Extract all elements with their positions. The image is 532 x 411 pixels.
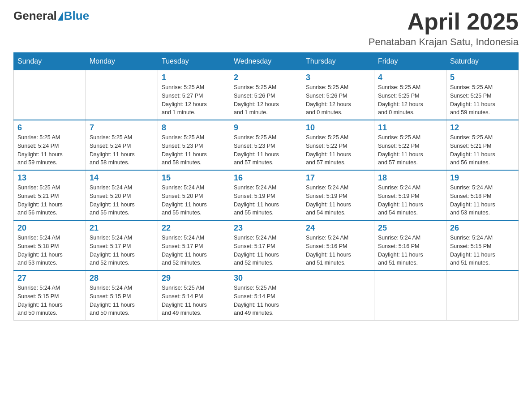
weekday-header-row: SundayMondayTuesdayWednesdayThursdayFrid… [14,53,519,70]
logo: General Blue [13,9,89,23]
day-info: Sunrise: 5:24 AMSunset: 5:20 PMDaylight:… [162,184,226,217]
weekday-header-wednesday: Wednesday [230,53,302,70]
weekday-header-monday: Monday [86,53,158,70]
calendar-week-row: 13Sunrise: 5:25 AMSunset: 5:21 PMDayligh… [14,170,519,220]
month-title: April 2025 [369,9,519,34]
day-number: 4 [378,73,442,82]
day-info: Sunrise: 5:24 AMSunset: 5:17 PMDaylight:… [90,234,154,267]
day-number: 25 [378,223,442,233]
calendar-day-cell: 7Sunrise: 5:25 AMSunset: 5:24 PMDaylight… [86,120,158,170]
day-info: Sunrise: 5:24 AMSunset: 5:16 PMDaylight:… [306,234,370,267]
calendar-day-cell: 14Sunrise: 5:24 AMSunset: 5:20 PMDayligh… [86,170,158,220]
day-info: Sunrise: 5:24 AMSunset: 5:19 PMDaylight:… [378,184,442,217]
calendar-day-cell: 8Sunrise: 5:25 AMSunset: 5:23 PMDaylight… [158,120,230,170]
day-info: Sunrise: 5:25 AMSunset: 5:24 PMDaylight:… [90,133,154,167]
day-info: Sunrise: 5:25 AMSunset: 5:25 PMDaylight:… [450,83,515,117]
day-info: Sunrise: 5:24 AMSunset: 5:17 PMDaylight:… [162,234,226,267]
day-number: 9 [234,123,298,133]
calendar-day-cell: 10Sunrise: 5:25 AMSunset: 5:22 PMDayligh… [302,120,374,170]
calendar-day-cell: 2Sunrise: 5:25 AMSunset: 5:26 PMDaylight… [230,70,302,120]
day-info: Sunrise: 5:25 AMSunset: 5:27 PMDaylight:… [162,83,226,117]
calendar-table: SundayMondayTuesdayWednesdayThursdayFrid… [13,52,519,321]
calendar-day-cell: 13Sunrise: 5:25 AMSunset: 5:21 PMDayligh… [14,170,86,220]
weekday-header-sunday: Sunday [14,53,86,70]
calendar-day-cell: 19Sunrise: 5:24 AMSunset: 5:18 PMDayligh… [446,170,519,220]
logo-general-text: General [13,9,57,23]
day-number: 14 [90,173,154,183]
day-info: Sunrise: 5:25 AMSunset: 5:25 PMDaylight:… [378,83,442,117]
calendar-day-cell: 17Sunrise: 5:24 AMSunset: 5:19 PMDayligh… [302,170,374,220]
calendar-day-cell: 22Sunrise: 5:24 AMSunset: 5:17 PMDayligh… [158,220,230,270]
calendar-day-cell: 26Sunrise: 5:24 AMSunset: 5:15 PMDayligh… [446,220,519,270]
calendar-day-cell: 24Sunrise: 5:24 AMSunset: 5:16 PMDayligh… [302,220,374,270]
day-number: 5 [450,73,515,82]
day-number: 27 [17,274,82,283]
day-number: 22 [162,223,226,233]
calendar-day-cell: 11Sunrise: 5:25 AMSunset: 5:22 PMDayligh… [374,120,446,170]
day-info: Sunrise: 5:24 AMSunset: 5:15 PMDaylight:… [450,234,515,267]
calendar-week-row: 6Sunrise: 5:25 AMSunset: 5:24 PMDaylight… [14,120,519,170]
calendar-day-cell [302,270,374,321]
calendar-day-cell [374,270,446,321]
day-info: Sunrise: 5:24 AMSunset: 5:19 PMDaylight:… [234,184,298,217]
day-info: Sunrise: 5:24 AMSunset: 5:17 PMDaylight:… [234,234,298,267]
day-info: Sunrise: 5:25 AMSunset: 5:24 PMDaylight:… [17,133,82,167]
day-info: Sunrise: 5:25 AMSunset: 5:26 PMDaylight:… [306,83,370,117]
day-info: Sunrise: 5:24 AMSunset: 5:18 PMDaylight:… [17,234,82,267]
logo-triangle-icon [58,12,63,21]
location-title: Penataban Krajan Satu, Indonesia [369,36,519,48]
calendar-day-cell [446,270,519,321]
day-number: 1 [162,73,226,82]
day-number: 15 [162,173,226,183]
calendar-day-cell: 25Sunrise: 5:24 AMSunset: 5:16 PMDayligh… [374,220,446,270]
day-number: 29 [162,274,226,283]
day-info: Sunrise: 5:25 AMSunset: 5:21 PMDaylight:… [450,133,515,167]
day-info: Sunrise: 5:25 AMSunset: 5:14 PMDaylight:… [234,284,298,317]
day-info: Sunrise: 5:25 AMSunset: 5:23 PMDaylight:… [234,133,298,167]
day-number: 30 [234,274,298,283]
calendar-day-cell: 3Sunrise: 5:25 AMSunset: 5:26 PMDaylight… [302,70,374,120]
calendar-day-cell: 9Sunrise: 5:25 AMSunset: 5:23 PMDaylight… [230,120,302,170]
day-info: Sunrise: 5:24 AMSunset: 5:20 PMDaylight:… [90,184,154,217]
day-number: 7 [90,123,154,133]
day-info: Sunrise: 5:24 AMSunset: 5:16 PMDaylight:… [378,234,442,267]
calendar-day-cell: 28Sunrise: 5:24 AMSunset: 5:15 PMDayligh… [86,270,158,321]
day-number: 20 [17,223,82,233]
day-info: Sunrise: 5:25 AMSunset: 5:23 PMDaylight:… [162,133,226,167]
calendar-day-cell: 1Sunrise: 5:25 AMSunset: 5:27 PMDaylight… [158,70,230,120]
calendar-day-cell: 20Sunrise: 5:24 AMSunset: 5:18 PMDayligh… [14,220,86,270]
weekday-header-thursday: Thursday [302,53,374,70]
logo-blue-text: Blue [64,9,89,23]
calendar-day-cell: 21Sunrise: 5:24 AMSunset: 5:17 PMDayligh… [86,220,158,270]
day-number: 24 [306,223,370,233]
day-number: 8 [162,123,226,133]
calendar-day-cell: 4Sunrise: 5:25 AMSunset: 5:25 PMDaylight… [374,70,446,120]
calendar-week-row: 1Sunrise: 5:25 AMSunset: 5:27 PMDaylight… [14,70,519,120]
day-number: 26 [450,223,515,233]
day-info: Sunrise: 5:24 AMSunset: 5:19 PMDaylight:… [306,184,370,217]
weekday-header-saturday: Saturday [446,53,519,70]
day-info: Sunrise: 5:24 AMSunset: 5:15 PMDaylight:… [90,284,154,317]
day-info: Sunrise: 5:25 AMSunset: 5:22 PMDaylight:… [306,133,370,167]
calendar-day-cell [14,70,86,120]
day-info: Sunrise: 5:25 AMSunset: 5:26 PMDaylight:… [234,83,298,117]
calendar-week-row: 27Sunrise: 5:24 AMSunset: 5:15 PMDayligh… [14,270,519,321]
day-number: 10 [306,123,370,133]
calendar-day-cell: 18Sunrise: 5:24 AMSunset: 5:19 PMDayligh… [374,170,446,220]
day-number: 6 [17,123,82,133]
day-info: Sunrise: 5:24 AMSunset: 5:15 PMDaylight:… [17,284,82,317]
day-number: 3 [306,73,370,82]
day-number: 18 [378,173,442,183]
calendar-day-cell: 30Sunrise: 5:25 AMSunset: 5:14 PMDayligh… [230,270,302,321]
day-number: 21 [90,223,154,233]
day-info: Sunrise: 5:25 AMSunset: 5:14 PMDaylight:… [162,284,226,317]
day-number: 28 [90,274,154,283]
day-number: 16 [234,173,298,183]
title-block: April 2025 Penataban Krajan Satu, Indone… [369,9,519,48]
calendar-day-cell: 15Sunrise: 5:24 AMSunset: 5:20 PMDayligh… [158,170,230,220]
calendar-day-cell: 23Sunrise: 5:24 AMSunset: 5:17 PMDayligh… [230,220,302,270]
day-number: 2 [234,73,298,82]
calendar-day-cell: 5Sunrise: 5:25 AMSunset: 5:25 PMDaylight… [446,70,519,120]
calendar-day-cell [86,70,158,120]
day-info: Sunrise: 5:25 AMSunset: 5:21 PMDaylight:… [17,184,82,217]
